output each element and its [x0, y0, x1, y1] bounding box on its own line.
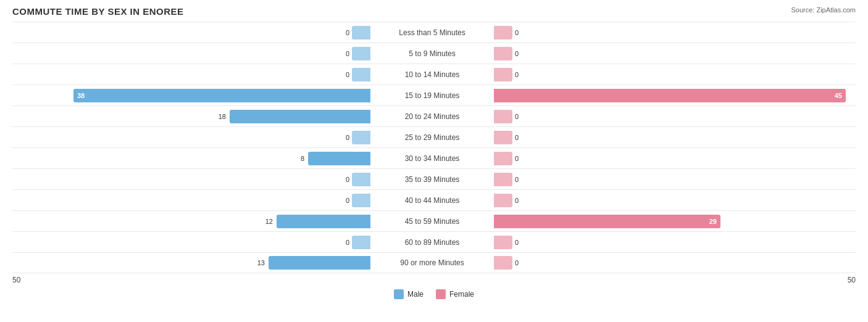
male-zero-value: 0: [346, 50, 349, 57]
bar-row: 3815 to 19 Minutes45: [12, 85, 856, 105]
female-section: 45: [494, 85, 852, 105]
male-section: 13: [12, 253, 370, 273]
female-section: 0: [494, 106, 852, 126]
female-bar-stub: [494, 256, 512, 270]
male-zero-value: 0: [346, 176, 349, 183]
male-zero-value: 0: [346, 29, 349, 36]
row-label: 45 to 59 Minutes: [370, 217, 494, 226]
male-section: 12: [12, 211, 370, 231]
female-bar-stub: [494, 194, 512, 207]
female-bar-stub: [494, 47, 512, 60]
male-bar-stub: [352, 68, 370, 81]
female-zero-value: 0: [515, 29, 519, 36]
legend-item-female: Female: [436, 289, 474, 299]
row-label: 10 to 14 Minutes: [370, 70, 494, 79]
male-bar: [269, 256, 370, 270]
male-bar: [308, 152, 370, 165]
male-section: 0: [12, 22, 370, 43]
female-value: 45: [835, 92, 842, 99]
female-section: 0: [494, 190, 852, 210]
male-value: 12: [265, 218, 273, 225]
male-bar: [277, 215, 370, 228]
row-label: 40 to 44 Minutes: [370, 196, 494, 205]
male-bar-stub: [352, 236, 370, 249]
female-zero-value: 0: [515, 134, 519, 141]
bar-row: 830 to 34 Minutes0: [12, 147, 856, 168]
female-zero-value: 0: [515, 176, 519, 183]
male-bar: 38: [73, 89, 370, 102]
female-bar-stub: [494, 173, 512, 186]
female-section: 0: [494, 148, 852, 168]
male-zero-value: 0: [346, 71, 349, 78]
row-label: 35 to 39 Minutes: [370, 175, 494, 184]
female-section: 29: [494, 211, 852, 231]
male-bar-stub: [352, 194, 370, 207]
bar-row: 010 to 14 Minutes0: [12, 64, 856, 85]
female-bar-stub: [494, 152, 512, 165]
bar-row: 025 to 29 Minutes0: [12, 126, 856, 147]
bar-row: 035 to 39 Minutes0: [12, 168, 856, 189]
female-section: 0: [494, 232, 852, 252]
row-label: 5 to 9 Minutes: [370, 49, 494, 58]
female-section: 0: [494, 127, 852, 147]
row-label: Less than 5 Minutes: [370, 28, 494, 37]
row-label: 15 to 19 Minutes: [370, 91, 494, 100]
male-legend-label: Male: [407, 290, 424, 299]
chart-title: COMMUTE TIME BY SEX IN ENOREE: [12, 6, 856, 17]
row-label: 25 to 29 Minutes: [370, 133, 494, 142]
male-bar: [230, 110, 370, 123]
bar-row: 0Less than 5 Minutes0: [12, 22, 856, 43]
bar-row: 1245 to 59 Minutes29: [12, 210, 856, 231]
female-bar-stub: [494, 236, 512, 249]
female-bar: 29: [494, 215, 720, 228]
female-zero-value: 0: [515, 259, 519, 266]
male-legend-box: [394, 289, 404, 299]
female-section: 0: [494, 253, 852, 273]
male-section: 0: [12, 127, 370, 147]
bar-row: 05 to 9 Minutes0: [12, 43, 856, 64]
axis-label-right: 50: [819, 276, 856, 284]
male-section: 0: [12, 64, 370, 85]
female-zero-value: 0: [515, 50, 519, 57]
legend-item-male: Male: [394, 289, 424, 299]
rows-wrapper: 0Less than 5 Minutes005 to 9 Minutes0010…: [12, 22, 856, 273]
female-legend-box: [436, 289, 446, 299]
axis-labels: 50 50: [12, 273, 856, 284]
female-zero-value: 0: [515, 155, 519, 162]
row-label: 60 to 89 Minutes: [370, 238, 494, 247]
male-section: 8: [12, 148, 370, 168]
male-section: 0: [12, 232, 370, 252]
source-text: Source: ZipAtlas.com: [791, 6, 856, 14]
male-section: 0: [12, 169, 370, 189]
male-zero-value: 0: [346, 239, 349, 246]
male-bar-stub: [352, 173, 370, 186]
male-value: 38: [77, 92, 85, 99]
female-zero-value: 0: [515, 71, 519, 78]
female-zero-value: 0: [515, 197, 519, 204]
male-value: 8: [301, 155, 304, 162]
male-zero-value: 0: [346, 197, 349, 204]
female-bar-stub: [494, 131, 512, 144]
row-label: 90 or more Minutes: [370, 258, 494, 267]
female-bar: 45: [494, 89, 846, 102]
legend: Male Female: [12, 289, 856, 299]
male-zero-value: 0: [346, 134, 349, 141]
female-zero-value: 0: [515, 239, 519, 246]
chart-container: COMMUTE TIME BY SEX IN ENOREE Source: Zi…: [0, 0, 868, 322]
female-zero-value: 0: [515, 113, 519, 120]
row-label: 30 to 34 Minutes: [370, 154, 494, 163]
axis-label-left: 50: [12, 276, 49, 284]
bar-row: 040 to 44 Minutes0: [12, 189, 856, 210]
female-bar-stub: [494, 110, 512, 123]
female-section: 0: [494, 64, 852, 85]
female-bar-stub: [494, 26, 512, 39]
bar-row: 1820 to 24 Minutes0: [12, 105, 856, 126]
male-section: 38: [12, 85, 370, 105]
male-value: 18: [219, 113, 226, 120]
female-legend-label: Female: [449, 290, 474, 299]
female-section: 0: [494, 22, 852, 43]
male-bar-stub: [352, 26, 370, 39]
male-bar-stub: [352, 47, 370, 60]
male-section: 0: [12, 190, 370, 210]
female-bar-stub: [494, 68, 512, 81]
